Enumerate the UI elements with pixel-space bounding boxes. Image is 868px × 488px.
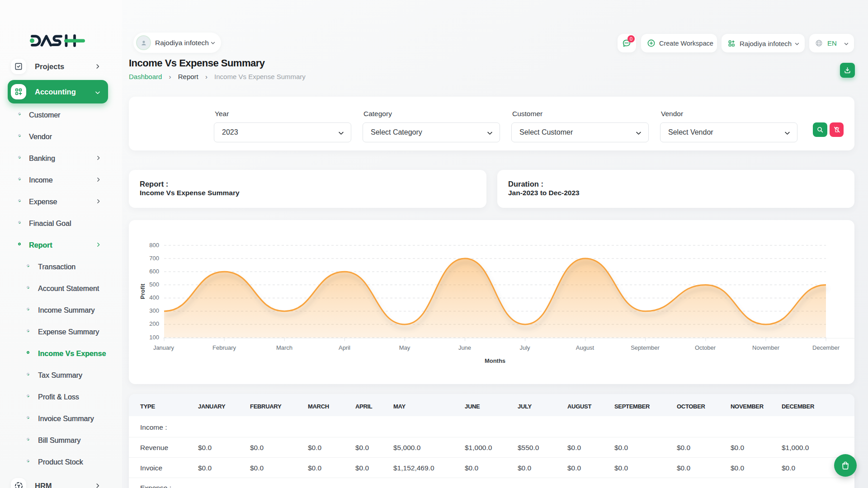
svg-text:June: June xyxy=(458,344,471,351)
svg-text:October: October xyxy=(695,344,716,351)
svg-text:Months: Months xyxy=(485,357,505,364)
svg-text:600: 600 xyxy=(149,268,159,275)
svg-text:400: 400 xyxy=(149,294,159,301)
svg-text:200: 200 xyxy=(149,320,159,327)
svg-text:January: January xyxy=(153,344,175,351)
svg-text:August: August xyxy=(576,344,594,351)
svg-text:September: September xyxy=(631,344,660,351)
svg-text:500: 500 xyxy=(149,281,159,288)
svg-text:800: 800 xyxy=(149,242,159,249)
svg-text:100: 100 xyxy=(149,334,159,341)
svg-text:July: July xyxy=(519,344,530,351)
svg-text:March: March xyxy=(276,344,292,351)
svg-text:February: February xyxy=(212,344,236,351)
svg-text:November: November xyxy=(752,344,780,351)
svg-text:April: April xyxy=(339,344,350,351)
svg-text:700: 700 xyxy=(149,255,159,262)
svg-text:December: December xyxy=(812,344,840,351)
svg-text:Profit: Profit xyxy=(139,283,146,299)
svg-text:300: 300 xyxy=(149,307,159,314)
svg-text:May: May xyxy=(399,344,410,351)
